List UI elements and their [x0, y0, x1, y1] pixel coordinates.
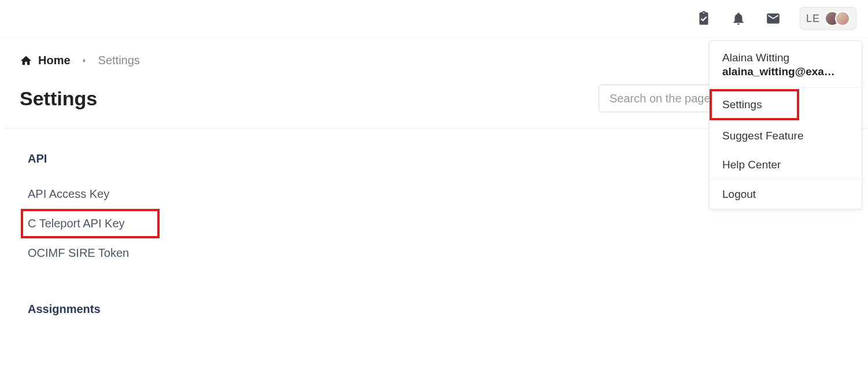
chevron-right-icon	[81, 54, 88, 67]
dropdown-user-info: Alaina Witting alaina_witting@exa…	[710, 41, 862, 88]
account-initials: LE	[806, 13, 820, 25]
home-icon	[20, 54, 32, 67]
dropdown-item-suggest-feature[interactable]: Suggest Feature	[710, 121, 862, 150]
bell-icon[interactable]	[730, 10, 747, 27]
breadcrumb-home-label: Home	[38, 54, 71, 67]
page-title: Settings	[20, 87, 97, 110]
account-menu-button[interactable]: LE	[800, 7, 856, 30]
nav-section-assignments: Assignments	[28, 303, 845, 316]
nav-item-c-teleport-api-key[interactable]: C Teleport API Key	[21, 209, 160, 238]
clipboard-check-icon[interactable]	[696, 10, 712, 27]
nav-item-ocimf-sire-token[interactable]: OCIMF SIRE Token	[28, 238, 845, 268]
avatar-group	[825, 11, 850, 26]
dropdown-user-email: alaina_witting@exa…	[722, 65, 849, 78]
breadcrumb-current: Settings	[98, 54, 140, 67]
dropdown-user-name: Alaina Witting	[722, 51, 849, 64]
mail-icon[interactable]	[765, 10, 781, 27]
dropdown-item-logout[interactable]: Logout	[710, 180, 862, 209]
dropdown-item-help-center[interactable]: Help Center	[710, 150, 862, 179]
topbar: LE	[0, 0, 868, 37]
account-dropdown: Alaina Witting alaina_witting@exa… Setti…	[709, 40, 862, 209]
breadcrumb-home[interactable]: Home	[20, 54, 71, 67]
dropdown-item-settings[interactable]: Settings	[710, 89, 799, 120]
avatar	[835, 11, 850, 26]
